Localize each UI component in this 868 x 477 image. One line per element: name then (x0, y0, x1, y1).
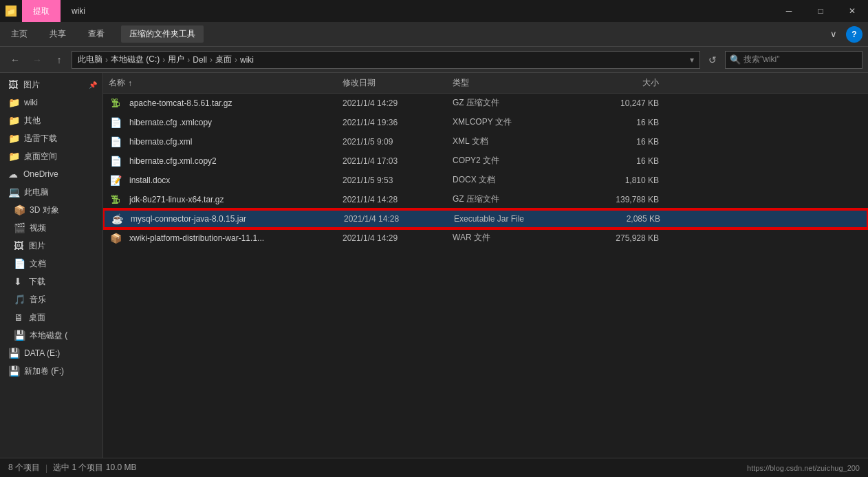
sidebar-item-3d[interactable]: 📦 3D 对象 (0, 201, 102, 219)
ribbon-tab-home[interactable]: 主页 (6, 25, 33, 43)
close-button[interactable]: ✕ (836, 0, 868, 22)
sidebar-item-xunlei[interactable]: 📁 迅雷下载 (0, 129, 102, 147)
ribbon-tab-extract[interactable]: 压缩的文件夹工具 (121, 25, 204, 43)
main-layout: 🖼 图片 📌 📁 wiki 📁 其他 📁 迅雷下载 📁 桌面空间 ☁ OneDr… (0, 73, 868, 458)
ribbon-tab-share[interactable]: 共享 (44, 25, 72, 43)
tab-wiki[interactable]: wiki (61, 0, 96, 22)
sidebar-item-downloads[interactable]: ⬇ 下载 (0, 273, 102, 290)
ribbon: 主页 共享 查看 压缩的文件夹工具 ∨ ? (0, 22, 868, 47)
sidebar-item-pictures[interactable]: 🖼 图片 (0, 237, 102, 255)
file-size: 16 KB (576, 156, 659, 166)
music-icon: 🎵 (14, 294, 25, 305)
search-icon: 🔍 (730, 54, 741, 65)
sidebar-item-wiki[interactable]: 📁 wiki (0, 94, 102, 112)
item-count: 8 个项目 (8, 462, 40, 474)
file-list-container: 名称 ↑ 修改日期 类型 大小 🗜 apache-tomcat-8.5.61.t… (103, 73, 868, 458)
sidebar-item-pictures-quick[interactable]: 🖼 图片 📌 (0, 76, 102, 94)
up-button[interactable]: ↑ (50, 50, 69, 70)
maximize-button[interactable]: □ (805, 0, 836, 22)
status-url: https://blog.csdn.net/zuichug_200 (747, 464, 860, 472)
table-row[interactable]: 📄 hibernate.cfg .xmlcopy 2021/1/4 19:36 … (103, 113, 868, 132)
sidebar-item-video[interactable]: 🎬 视频 (0, 219, 102, 237)
sidebar-item-desktop[interactable]: 🖥 桌面 (0, 308, 102, 326)
sidebar-item-other[interactable]: 📁 其他 (0, 112, 102, 129)
breadcrumb-desktop[interactable]: 桌面 (215, 54, 232, 65)
sidebar-item-desktop-space[interactable]: 📁 桌面空间 (0, 147, 102, 165)
this-pc-icon: 💻 (8, 187, 20, 198)
breadcrumb-c[interactable]: 本地磁盘 (C:) (111, 54, 160, 65)
col-header-size[interactable]: 大小 (576, 77, 659, 89)
file-size: 10,247 KB (576, 98, 659, 108)
sidebar-item-label: 桌面 (29, 312, 45, 324)
table-row[interactable]: 📄 hibernate.cfg.xml 2021/1/5 9:09 XML 文档… (103, 132, 868, 151)
sidebar-item-label: 桌面空间 (24, 151, 57, 162)
file-size: 16 KB (576, 118, 659, 127)
file-name: jdk-8u271-linux-x64.tar.gz (129, 195, 345, 204)
local-disk-icon: 💾 (14, 330, 25, 341)
title-bar: 📁 提取 wiki ─ □ ✕ (0, 0, 868, 22)
table-row[interactable]: 📄 hibernate.cfg.xml.copy2 2021/1/4 17:03… (103, 151, 868, 171)
file-list-header: 名称 ↑ 修改日期 类型 大小 (103, 73, 868, 94)
table-row[interactable]: 🗜 jdk-8u271-linux-x64.tar.gz 2021/1/4 14… (103, 190, 868, 209)
tab-tiqv[interactable]: 提取 (22, 0, 61, 22)
file-name: hibernate.cfg .xmlcopy (129, 118, 345, 127)
sidebar-item-music[interactable]: 🎵 音乐 (0, 290, 102, 308)
sort-arrow-icon: ↑ (128, 78, 132, 88)
forward-button[interactable]: → (28, 50, 47, 70)
back-button[interactable]: ← (6, 50, 25, 70)
file-size: 139,788 KB (576, 195, 659, 204)
file-type-icon: 📄 (109, 116, 122, 129)
file-name: install.docx (129, 176, 345, 185)
file-date: 2021/1/5 9:53 (343, 176, 453, 185)
file-type: XML 文档 (453, 136, 576, 147)
table-row[interactable]: 🗜 apache-tomcat-8.5.61.tar.gz 2021/1/4 1… (103, 94, 868, 113)
sidebar-item-new-vol-f[interactable]: 💾 新加卷 (F:) (0, 362, 102, 380)
address-dropdown-icon[interactable]: ▾ (690, 55, 694, 65)
breadcrumb-user[interactable]: 用户 (168, 54, 184, 65)
file-date: 2021/1/4 14:28 (344, 214, 454, 224)
docs-icon: 📄 (14, 258, 25, 269)
desktop-icon: 🖥 (14, 312, 25, 323)
col-header-name[interactable]: 名称 ↑ (109, 77, 343, 89)
breadcrumb-sep-1: › (105, 55, 108, 65)
breadcrumb-pc[interactable]: 此电脑 (78, 54, 102, 65)
file-type-icon: 📄 (109, 135, 122, 149)
ribbon-collapse-icon[interactable]: ∨ (827, 28, 840, 41)
table-row[interactable]: ☕ mysql-connector-java-8.0.15.jar 2021/1… (103, 209, 868, 229)
sidebar: 🖼 图片 📌 📁 wiki 📁 其他 📁 迅雷下载 📁 桌面空间 ☁ OneDr… (0, 73, 103, 458)
table-row[interactable]: 📝 install.docx 2021/1/5 9:53 DOCX 文档 1,8… (103, 171, 868, 190)
address-box[interactable]: 此电脑 › 本地磁盘 (C:) › 用户 › Dell › 桌面 › wiki … (72, 51, 700, 69)
file-name: hibernate.cfg.xml (129, 137, 345, 147)
col-header-type[interactable]: 类型 (453, 77, 576, 89)
sidebar-item-label: 3D 对象 (30, 204, 59, 216)
file-size: 1,810 KB (576, 176, 659, 185)
file-rows: 🗜 apache-tomcat-8.5.61.tar.gz 2021/1/4 1… (103, 94, 868, 248)
sidebar-item-onedrive[interactable]: ☁ OneDrive (0, 165, 102, 183)
minimize-button[interactable]: ─ (773, 0, 805, 22)
table-row[interactable]: 📦 xwiki-platform-distribution-war-11.1..… (103, 229, 868, 248)
file-type-icon: 🗜 (109, 96, 122, 110)
downloads-icon: ⬇ (14, 276, 25, 287)
file-type: COPY2 文件 (453, 155, 576, 167)
sidebar-item-docs[interactable]: 📄 文档 (0, 255, 102, 273)
file-type: Executable Jar File (454, 214, 578, 224)
3d-icon: 📦 (14, 204, 25, 215)
search-box[interactable]: 🔍 搜索"wiki" (725, 51, 862, 69)
ribbon-help-button[interactable]: ? (846, 26, 862, 43)
sidebar-item-data-e[interactable]: 💾 DATA (E:) (0, 344, 102, 362)
pictures-icon: 🖼 (14, 240, 25, 251)
breadcrumb-dell[interactable]: Dell (193, 55, 207, 65)
sidebar-item-this-pc[interactable]: 💻 此电脑 (0, 183, 102, 201)
refresh-button[interactable]: ↺ (703, 51, 722, 69)
breadcrumb: 此电脑 › 本地磁盘 (C:) › 用户 › Dell › 桌面 › wiki (78, 54, 687, 65)
breadcrumb-wiki[interactable]: wiki (240, 55, 254, 65)
file-size: 16 KB (576, 137, 659, 147)
title-bar-controls: ─ □ ✕ (773, 0, 868, 22)
col-header-date[interactable]: 修改日期 (343, 77, 453, 89)
file-type: GZ 压缩文件 (453, 193, 576, 205)
file-type-icon: ☕ (110, 212, 124, 226)
ribbon-tab-view[interactable]: 查看 (83, 25, 110, 43)
sidebar-item-local-disk[interactable]: 💾 本地磁盘 ( (0, 326, 102, 344)
selected-info: 选中 1 个项目 10.0 MB (53, 462, 136, 474)
file-type-icon: 📦 (109, 231, 122, 245)
